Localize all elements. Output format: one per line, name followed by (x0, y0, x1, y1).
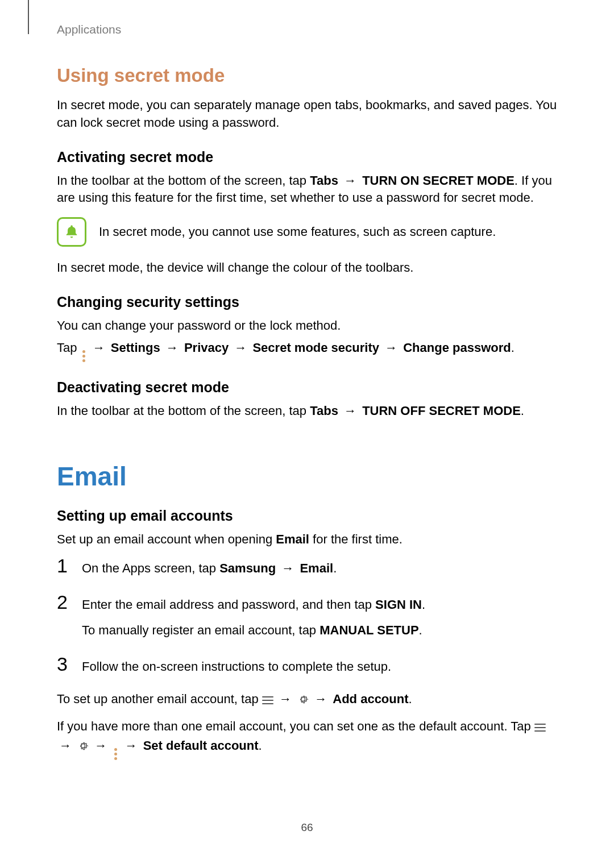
text: In the toolbar at the bottom of the scre… (57, 173, 310, 188)
activating-paragraph: In the toolbar at the bottom of the scre… (57, 172, 558, 207)
sign-in-label: SIGN IN (375, 597, 422, 612)
bell-icon (57, 217, 86, 247)
add-account-label: Add account (333, 692, 408, 706)
email-intro: Set up an email account when opening Ema… (57, 531, 558, 549)
arrow-icon: → (92, 738, 109, 753)
header-crop-mark (28, 0, 29, 34)
arrow-icon: → (57, 738, 74, 753)
change-password-label: Change password (403, 340, 511, 355)
tabs-label: Tabs (310, 173, 338, 188)
default-account-paragraph: If you have more than one email account,… (57, 718, 558, 760)
header-section-label: Applications (57, 23, 558, 36)
secret-mode-intro: In secret mode, you can separately manag… (57, 97, 558, 132)
page-number: 66 (0, 821, 614, 834)
turn-on-secret-mode-label: TURN ON SECRET MODE (362, 173, 515, 188)
secret-mode-security-label: Secret mode security (252, 340, 379, 355)
text: . (259, 738, 262, 753)
text: . (422, 597, 425, 612)
step-text: On the Apps screen, tap Samsung → Email. (82, 559, 337, 578)
arrow-icon: → (232, 340, 249, 355)
heading-email: Email (57, 461, 558, 492)
text: . (511, 340, 515, 355)
arrow-icon: → (342, 173, 359, 188)
more-options-icon (81, 350, 87, 362)
email-label: Email (300, 561, 333, 575)
note-text: In secret mode, you cannot use some feat… (99, 223, 496, 241)
samsung-label: Samsung (219, 561, 276, 575)
heading-setting-up-email: Setting up email accounts (57, 508, 558, 524)
text: Tap (57, 340, 81, 355)
privacy-label: Privacy (184, 340, 229, 355)
text: If you have more than one email account,… (57, 719, 534, 733)
set-default-account-label: Set default account (143, 738, 259, 753)
text: Set up an email account when opening (57, 532, 276, 546)
email-app-label: Email (276, 532, 309, 546)
text: To manually register an email account, t… (82, 623, 320, 637)
turn-off-secret-mode-label: TURN OFF SECRET MODE (362, 404, 521, 418)
heading-deactivating-secret-mode: Deactivating secret mode (57, 379, 558, 396)
step-number: 3 (57, 654, 69, 674)
add-account-paragraph: To set up another email account, tap → →… (57, 691, 558, 710)
note-callout: In secret mode, you cannot use some feat… (57, 217, 558, 247)
heading-using-secret-mode: Using secret mode (57, 65, 558, 86)
arrow-icon: → (164, 340, 181, 355)
deactivating-paragraph: In the toolbar at the bottom of the scre… (57, 402, 558, 420)
step-text: Enter the email address and password, an… (82, 595, 425, 639)
arrow-icon: → (383, 340, 400, 355)
list-item: 1 On the Apps screen, tap Samsung → Emai… (57, 556, 558, 578)
email-setup-steps: 1 On the Apps screen, tap Samsung → Emai… (57, 556, 558, 676)
settings-label: Settings (111, 340, 160, 355)
heading-activating-secret-mode: Activating secret mode (57, 149, 558, 165)
arrow-icon: → (342, 404, 359, 418)
text: To set up another email account, tap (57, 692, 262, 706)
settings-gear-icon (77, 739, 89, 757)
tabs-label: Tabs (310, 404, 338, 418)
settings-gear-icon (297, 692, 309, 710)
step-number: 2 (57, 592, 69, 612)
changing-path: Tap → Settings → Privacy → Secret mode s… (57, 339, 558, 362)
list-item: 2 Enter the email address and password, … (57, 592, 558, 639)
text: . (419, 623, 422, 637)
text: . (521, 404, 524, 418)
arrow-icon: → (277, 692, 294, 706)
text: . (409, 692, 412, 706)
more-options-icon (113, 748, 119, 760)
after-note-paragraph: In secret mode, the device will change t… (57, 259, 558, 277)
arrow-icon: → (279, 561, 296, 575)
arrow-icon: → (123, 738, 140, 753)
text: for the first time. (309, 532, 403, 546)
step-text: Follow the on-screen instructions to com… (82, 657, 391, 676)
menu-icon (262, 692, 273, 710)
text: . (333, 561, 337, 575)
manual-setup-label: MANUAL SETUP (320, 623, 418, 637)
arrow-icon: → (90, 340, 107, 355)
arrow-icon: → (312, 692, 329, 706)
page-content: Applications Using secret mode In secret… (0, 0, 614, 760)
text: In the toolbar at the bottom of the scre… (57, 404, 310, 418)
menu-icon (534, 720, 546, 737)
heading-changing-security-settings: Changing security settings (57, 294, 558, 310)
text: On the Apps screen, tap (82, 561, 219, 575)
changing-intro: You can change your password or the lock… (57, 317, 558, 335)
text: Enter the email address and password, an… (82, 597, 375, 612)
step-number: 1 (57, 556, 69, 575)
list-item: 3 Follow the on-screen instructions to c… (57, 654, 558, 676)
